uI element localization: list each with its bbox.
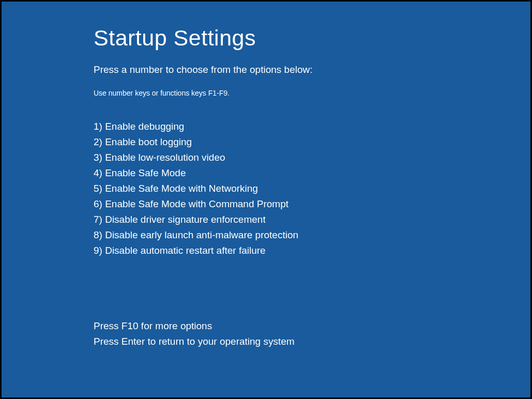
more-options-hint: Press F10 for more options bbox=[94, 318, 530, 334]
option-1-enable-debugging[interactable]: 1) Enable debugging bbox=[94, 119, 530, 134]
option-5-enable-safe-mode-networking[interactable]: 5) Enable Safe Mode with Networking bbox=[94, 181, 530, 196]
option-8-disable-anti-malware[interactable]: 8) Disable early launch anti-malware pro… bbox=[94, 227, 530, 243]
page-title: Startup Settings bbox=[94, 25, 530, 51]
option-4-enable-safe-mode[interactable]: 4) Enable Safe Mode bbox=[94, 165, 530, 181]
key-hint: Use number keys or functions keys F1-F9. bbox=[94, 89, 530, 97]
option-3-enable-low-resolution-video[interactable]: 3) Enable low-resolution video bbox=[94, 150, 530, 165]
startup-settings-screen: Startup Settings Press a number to choos… bbox=[2, 2, 530, 349]
footer-instructions: Press F10 for more options Press Enter t… bbox=[94, 318, 530, 349]
options-list: 1) Enable debugging 2) Enable boot loggi… bbox=[94, 119, 530, 258]
option-9-disable-auto-restart[interactable]: 9) Disable automatic restart after failu… bbox=[94, 243, 530, 258]
option-2-enable-boot-logging[interactable]: 2) Enable boot logging bbox=[94, 134, 530, 150]
return-os-hint: Press Enter to return to your operating … bbox=[94, 334, 530, 349]
option-7-disable-driver-signature[interactable]: 7) Disable driver signature enforcement bbox=[94, 212, 530, 227]
subtitle: Press a number to choose from the option… bbox=[94, 64, 530, 75]
option-6-enable-safe-mode-command-prompt[interactable]: 6) Enable Safe Mode with Command Prompt bbox=[94, 196, 530, 212]
